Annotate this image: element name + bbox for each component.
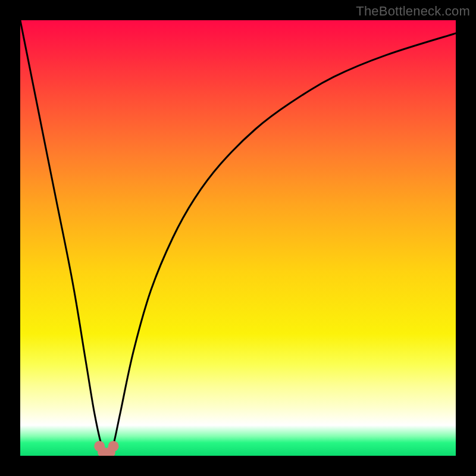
min-cluster bbox=[94, 441, 118, 456]
plot-area bbox=[20, 20, 456, 456]
bottleneck-curve bbox=[20, 20, 456, 455]
chart-svg bbox=[20, 20, 456, 456]
watermark-text: TheBottleneck.com bbox=[356, 4, 470, 19]
min-cluster-point bbox=[108, 441, 119, 452]
chart-frame: TheBottleneck.com bbox=[0, 0, 476, 476]
